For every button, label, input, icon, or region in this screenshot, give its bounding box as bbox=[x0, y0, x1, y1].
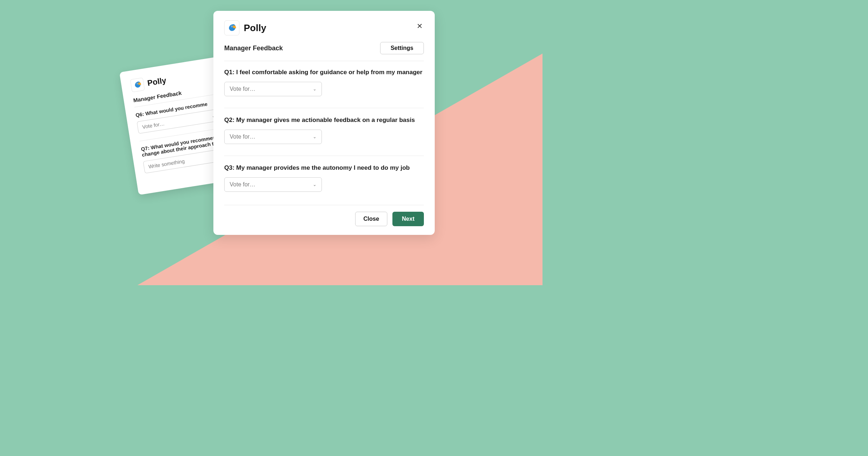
modal-header: Polly ✕ bbox=[224, 20, 424, 35]
vote-select-q1[interactable]: Vote for… ⌄ bbox=[224, 82, 322, 96]
vote-select-q3[interactable]: Vote for… ⌄ bbox=[224, 177, 322, 192]
app-logo bbox=[224, 20, 239, 35]
modal-footer: Close Next bbox=[224, 205, 424, 226]
survey-card-front: Polly ✕ Manager Feedback Settings Q1: I … bbox=[213, 11, 435, 235]
parrot-icon bbox=[226, 22, 238, 34]
brand-name: Polly bbox=[244, 22, 266, 34]
vote-placeholder: Vote for… bbox=[142, 121, 165, 130]
app-logo bbox=[130, 77, 145, 92]
svg-point-3 bbox=[231, 26, 232, 27]
chevron-down-icon: ⌄ bbox=[313, 134, 316, 139]
vote-placeholder: Vote for… bbox=[230, 181, 255, 188]
next-button[interactable]: Next bbox=[392, 212, 424, 226]
close-icon[interactable]: ✕ bbox=[415, 22, 424, 30]
write-placeholder: Write something bbox=[148, 158, 185, 170]
vote-select-q2[interactable]: Vote for… ⌄ bbox=[224, 130, 322, 144]
brand-name: Polly bbox=[147, 76, 167, 88]
chevron-down-icon: ⌄ bbox=[313, 86, 316, 92]
divider bbox=[224, 108, 424, 108]
question-label-q3: Q3: My manager provides me the autonomy … bbox=[224, 164, 424, 172]
settings-button[interactable]: Settings bbox=[380, 42, 424, 54]
chevron-down-icon: ⌄ bbox=[313, 182, 316, 187]
question-label-q2: Q2: My manager gives me actionable feedb… bbox=[224, 116, 424, 124]
vote-placeholder: Vote for… bbox=[230, 86, 255, 92]
vote-placeholder: Vote for… bbox=[230, 134, 255, 140]
divider bbox=[224, 61, 424, 61]
parrot-icon bbox=[132, 79, 143, 91]
divider bbox=[224, 156, 424, 156]
question-label-q1: Q1: I feel comfortable asking for guidan… bbox=[224, 68, 424, 77]
question-block-q1: Q1: I feel comfortable asking for guidan… bbox=[224, 68, 424, 96]
close-button[interactable]: Close bbox=[355, 212, 388, 226]
question-block-q2: Q2: My manager gives me actionable feedb… bbox=[224, 116, 424, 144]
question-block-q3: Q3: My manager provides me the autonomy … bbox=[224, 164, 424, 192]
subtitle-row: Manager Feedback Settings bbox=[224, 42, 424, 54]
survey-title: Manager Feedback bbox=[224, 45, 283, 52]
